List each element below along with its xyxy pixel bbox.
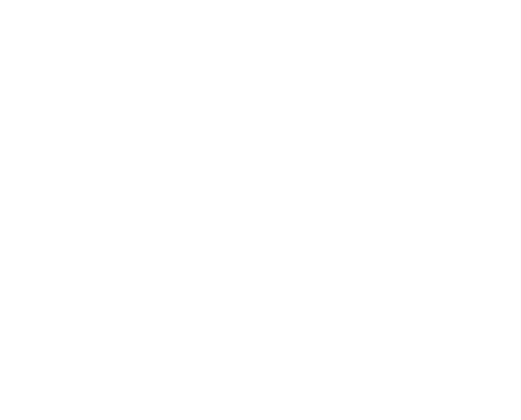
meteogram-chart: [0, 0, 521, 420]
meteogram-figure: [0, 0, 521, 420]
